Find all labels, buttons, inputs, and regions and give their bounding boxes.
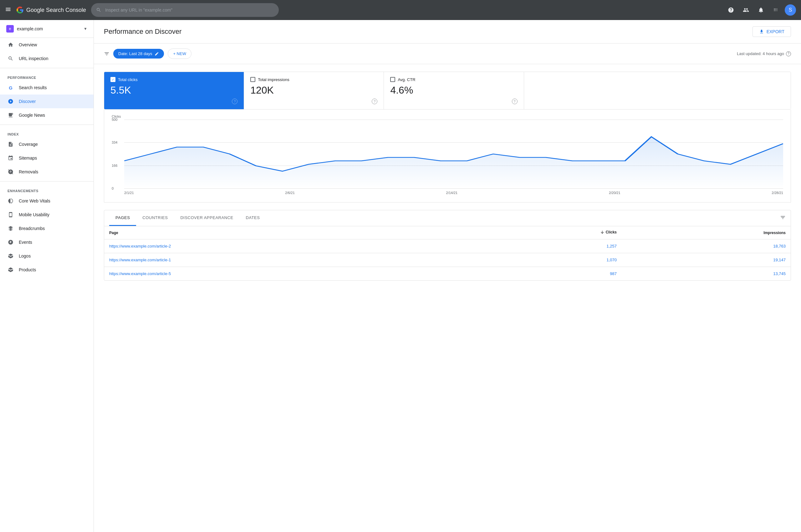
search-icon [96, 7, 101, 13]
sidebar-item-logos[interactable]: Logos [0, 249, 94, 263]
sidebar-item-sitemaps[interactable]: Sitemaps [0, 151, 94, 165]
menu-icon[interactable] [5, 6, 11, 14]
topbar-icons: S [725, 4, 796, 16]
chart-container: Clicks 500 334 166 0 [104, 110, 791, 203]
account-icon[interactable] [740, 4, 752, 16]
sidebar-item-google-news-label: Google News [19, 113, 45, 118]
new-filter-button[interactable]: + NEW [168, 49, 191, 59]
sidebar-item-breadcrumbs[interactable]: Breadcrumbs [0, 222, 94, 235]
removals-icon [7, 169, 14, 175]
core-web-vitals-icon [7, 198, 14, 204]
table-filter-icon[interactable] [780, 215, 786, 222]
sidebar: e example.com ▼ Overview URL inspection … [0, 20, 94, 532]
sidebar-item-overview[interactable]: Overview [0, 38, 94, 52]
sidebar-item-coverage-label: Coverage [19, 142, 38, 147]
metric-impressions-info-icon[interactable]: ? [372, 99, 377, 104]
apps-icon[interactable] [770, 4, 782, 16]
sidebar-item-discover[interactable]: Discover [0, 95, 94, 108]
tab-countries[interactable]: COUNTRIES [136, 210, 174, 226]
sidebar-item-products-label: Products [19, 267, 36, 272]
metric-impressions-label: Total impressions [258, 77, 289, 82]
sidebar-item-search-results[interactable]: G Search results [0, 81, 94, 95]
last-updated: Last updated: 4 hours ago ? [737, 51, 791, 56]
metric-clicks-info-icon[interactable]: ? [232, 99, 237, 104]
chart-y-tick-0: 0 [112, 187, 114, 190]
chart-x-label-4: 2/20/21 [609, 191, 621, 195]
sitemaps-icon [7, 155, 14, 161]
metric-checkbox-clicks: ✓ [111, 77, 115, 82]
clicks-2: 1,070 [481, 253, 622, 267]
sidebar-item-events[interactable]: Events [0, 235, 94, 249]
site-name: example.com [17, 26, 80, 31]
mobile-icon [7, 212, 14, 218]
sidebar-item-removals[interactable]: Removals [0, 165, 94, 179]
tab-discover-appearance[interactable]: DISCOVER APPEARANCE [174, 210, 240, 226]
chart-x-label-1: 2/1/21 [124, 191, 134, 195]
metric-avg-ctr[interactable]: Avg. CTR 4.6% ? [384, 72, 524, 109]
date-filter-chip[interactable]: Date: Last 28 days [113, 49, 164, 58]
tab-pages[interactable]: PAGES [109, 210, 136, 226]
dropdown-arrow-icon: ▼ [83, 26, 87, 31]
products-icon [7, 267, 14, 273]
sidebar-item-products[interactable]: Products [0, 263, 94, 277]
sidebar-item-breadcrumbs-label: Breadcrumbs [19, 226, 45, 231]
data-table: Page Clicks Impressions https://www.exam… [104, 226, 791, 280]
metric-total-clicks[interactable]: ✓ Total clicks 5.5K ? [104, 72, 244, 109]
page-url-2[interactable]: https://www.example.com/article-1 [104, 253, 481, 267]
notifications-icon[interactable] [755, 4, 767, 16]
sidebar-item-discover-label: Discover [19, 99, 36, 104]
discover-icon [7, 98, 14, 104]
tab-dates[interactable]: DATES [240, 210, 266, 226]
site-selector[interactable]: e example.com ▼ [0, 20, 94, 38]
table-tabs: PAGES COUNTRIES DISCOVER APPEARANCE DATE… [104, 210, 791, 226]
sidebar-item-core-web-vitals[interactable]: Core Web Vitals [0, 194, 94, 208]
metric-empty [524, 72, 791, 109]
breadcrumbs-icon [7, 225, 14, 232]
sidebar-item-core-web-vitals-label: Core Web Vitals [19, 198, 50, 204]
sidebar-item-events-label: Events [19, 240, 32, 245]
help-icon[interactable] [725, 4, 737, 16]
enhancements-section-label: Enhancements [0, 184, 94, 194]
impressions-1: 18,763 [622, 240, 791, 253]
search-icon-nav [7, 55, 14, 62]
page-url-3[interactable]: https://www.example.com/article-5 [104, 267, 481, 281]
clicks-3: 987 [481, 267, 622, 281]
filter-bar: Date: Last 28 days + NEW Last updated: 4… [94, 43, 801, 64]
sidebar-item-mobile-usability-label: Mobile Usability [19, 212, 50, 217]
chart-x-label-5: 2/28/21 [771, 191, 783, 195]
chart-svg [124, 119, 783, 188]
sidebar-item-coverage[interactable]: Coverage [0, 137, 94, 151]
coverage-icon [7, 141, 14, 147]
main-content: Performance on Discover EXPORT Date: Las… [94, 20, 801, 532]
search-input[interactable] [105, 7, 274, 13]
events-icon [7, 239, 14, 245]
index-section-label: Index [0, 127, 94, 137]
info-icon-small[interactable]: ? [786, 51, 791, 56]
sidebar-item-sitemaps-label: Sitemaps [19, 155, 37, 160]
sidebar-item-search-results-label: Search results [19, 85, 46, 90]
chart-x-label-3: 2/14/21 [446, 191, 458, 195]
chart-area: 500 334 166 0 [112, 119, 783, 188]
impressions-2: 19,147 [622, 253, 791, 267]
search-bar[interactable] [91, 3, 279, 17]
metric-ctr-info-icon[interactable]: ? [512, 99, 517, 104]
sidebar-item-logos-label: Logos [19, 253, 31, 259]
col-clicks[interactable]: Clicks [481, 226, 622, 240]
metric-clicks-label: Total clicks [118, 77, 138, 82]
metrics-row: ✓ Total clicks 5.5K ? Total impressions … [104, 72, 791, 110]
table-row: https://www.example.com/article-2 1,257 … [104, 240, 791, 253]
sidebar-item-google-news[interactable]: Google News [0, 108, 94, 122]
page-title: Performance on Discover [104, 27, 182, 36]
sidebar-item-url-inspection[interactable]: URL inspection [0, 52, 94, 65]
metric-ctr-value: 4.6% [390, 84, 517, 96]
metric-ctr-label: Avg. CTR [398, 77, 415, 82]
export-button[interactable]: EXPORT [752, 26, 791, 37]
export-label: EXPORT [767, 29, 784, 34]
user-avatar[interactable]: S [785, 4, 796, 16]
page-url-1[interactable]: https://www.example.com/article-2 [104, 240, 481, 253]
metric-total-impressions[interactable]: Total impressions 120K ? [244, 72, 384, 109]
sidebar-item-mobile-usability[interactable]: Mobile Usability [0, 208, 94, 222]
news-icon [7, 112, 14, 118]
table-row: https://www.example.com/article-5 987 13… [104, 267, 791, 281]
topbar: Google Search Console S [0, 0, 801, 20]
